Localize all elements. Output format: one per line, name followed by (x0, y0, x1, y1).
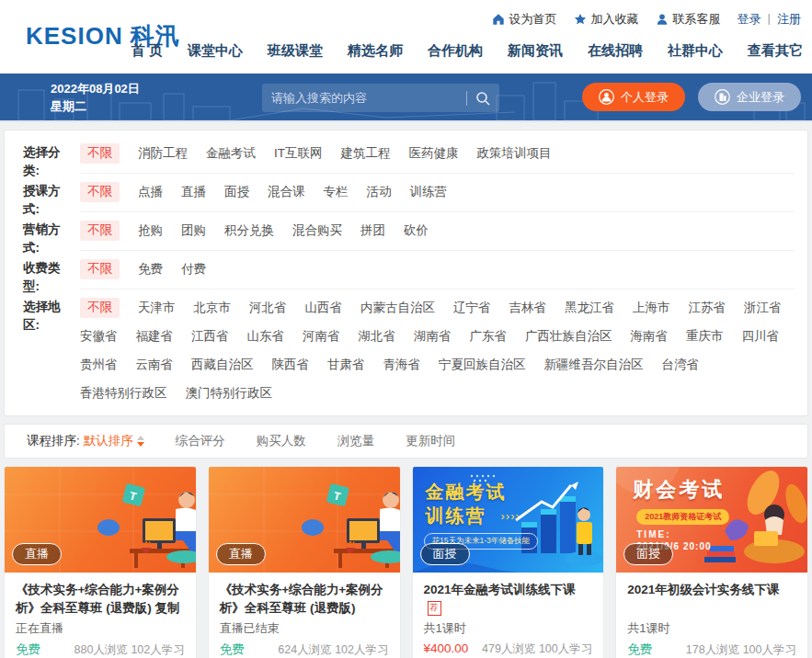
filter-option[interactable]: 四川省 (742, 326, 780, 346)
filter-option[interactable]: 山西省 (305, 298, 343, 318)
filter-option[interactable]: 西藏自治区 (191, 355, 254, 375)
filter-option-active[interactable]: 不限 (80, 221, 120, 241)
course-title[interactable]: 《技术实务+综合能力+案例分析》全科至尊班 (退费版) 复制 (16, 581, 185, 618)
person-icon (656, 13, 669, 26)
filter-option[interactable]: 付费 (181, 259, 206, 279)
register-link[interactable]: 注册 (777, 11, 801, 28)
business-login-button[interactable]: 企业登录 (698, 83, 801, 111)
filter-option[interactable]: 训练营 (410, 182, 448, 202)
nav-item-5[interactable]: 新闻资讯 (508, 42, 563, 60)
filter-option[interactable]: 直播 (181, 182, 206, 202)
filter-option[interactable]: 云南省 (136, 355, 174, 375)
sort-option-default[interactable]: 默认排序 (84, 433, 144, 449)
filter-option[interactable]: 宁夏回族自治区 (439, 355, 526, 375)
course-card[interactable]: T 直播《技术实务+综合能力+案例分析》全科至尊班 (退费版)直播已结束免费62… (208, 466, 401, 658)
nav-item-2[interactable]: 班级课堂 (268, 42, 323, 60)
filter-option[interactable]: 团购 (181, 221, 206, 241)
filter-option[interactable]: 陕西省 (272, 355, 310, 375)
filter-option[interactable]: 海南省 (631, 326, 669, 346)
filter-option[interactable]: 抢购 (138, 221, 163, 241)
filter-option[interactable]: 辽宁省 (453, 298, 491, 318)
filter-option[interactable]: 黑龙江省 (565, 298, 614, 318)
sort-option-1[interactable]: 购买人数 (257, 433, 306, 449)
course-card[interactable]: 金融考试训练营››››花15天为未来1-3年储备技能面授2021年金融考试训练线… (412, 466, 605, 658)
filter-option[interactable]: 砍价 (404, 221, 429, 241)
filter-row-4: 选择地区:不限天津市北京市河北省山西省内蒙古自治区辽宁省吉林省黑龙江省上海市江苏… (17, 296, 795, 410)
filter-option[interactable]: 河南省 (303, 326, 340, 346)
course-card[interactable]: 财会考试2021教师资格证考试TIME:2021/9/6 20:00面授2021… (615, 466, 808, 658)
filter-option[interactable]: 内蒙古自治区 (360, 298, 435, 318)
filter-option[interactable]: 甘肃省 (327, 355, 365, 375)
sort-option-0[interactable]: 综合评分 (176, 433, 225, 449)
top-link-2[interactable]: 联系客服 (656, 11, 721, 28)
filter-option[interactable]: 免费 (138, 259, 163, 279)
filter-option[interactable]: 天津市 (138, 298, 176, 318)
filter-option[interactable]: 医药健康 (409, 143, 459, 164)
filter-option[interactable]: 香港特别行政区 (80, 383, 167, 403)
personal-login-button[interactable]: 个人登录 (582, 83, 685, 111)
sort-option-3[interactable]: 更新时间 (406, 433, 455, 449)
filter-option[interactable]: 上海市 (633, 298, 670, 318)
filter-option[interactable]: 河北省 (249, 298, 287, 318)
course-cover-image[interactable]: 金融考试训练营››››花15天为未来1-3年储备技能面授 (413, 467, 604, 573)
nav-item-0[interactable]: 首 页 (132, 42, 163, 60)
course-cover-image[interactable]: T 直播 (5, 467, 196, 573)
login-link[interactable]: 登录 (738, 11, 761, 28)
filter-option[interactable]: 面授 (224, 182, 249, 202)
filter-option[interactable]: 浙江省 (744, 298, 782, 318)
filter-option-active[interactable]: 不限 (80, 143, 120, 164)
course-cover-image[interactable]: 财会考试2021教师资格证考试TIME:2021/9/6 20:00面授 (616, 467, 807, 573)
top-link-0[interactable]: 设为首页 (492, 11, 557, 28)
filter-option[interactable]: 江西省 (191, 326, 229, 346)
filter-option[interactable]: 建筑工程 (341, 143, 391, 164)
filter-option[interactable]: 山东省 (247, 326, 285, 346)
filter-option[interactable]: 湖北省 (359, 326, 396, 346)
filter-option[interactable]: 拼团 (360, 221, 385, 241)
sort-option-2[interactable]: 浏览量 (337, 433, 375, 449)
filter-option[interactable]: 福建省 (136, 326, 174, 346)
filter-option[interactable]: 贵州省 (80, 355, 118, 375)
filter-option[interactable]: 广东省 (470, 326, 508, 346)
filter-option[interactable]: 消防工程 (138, 143, 188, 164)
top-link-1[interactable]: 加入收藏 (574, 11, 639, 28)
nav-item-4[interactable]: 合作机构 (428, 42, 483, 60)
course-cover-image[interactable]: T 直播 (209, 467, 400, 573)
filter-option[interactable]: 新疆维吾尔自治区 (544, 355, 644, 375)
course-title[interactable]: 《技术实务+综合能力+案例分析》全科至尊班 (退费版) (220, 581, 389, 618)
filter-option-active[interactable]: 不限 (80, 259, 120, 279)
filter-option[interactable]: 活动 (367, 182, 392, 202)
filter-option[interactable]: 澳门特别行政区 (186, 383, 273, 403)
nav-item-8[interactable]: 查看其它 (748, 42, 803, 60)
course-stats: 880人浏览 102人学习 (74, 642, 185, 658)
filter-option[interactable]: 重庆市 (686, 326, 724, 346)
filter-option[interactable]: IT互联网 (274, 143, 323, 164)
nav-item-1[interactable]: 课堂中心 (188, 42, 243, 60)
course-card[interactable]: T 直播《技术实务+综合能力+案例分析》全科至尊班 (退费版) 复制正在直播免费… (4, 466, 197, 658)
filter-option[interactable]: 广西壮族自治区 (525, 326, 612, 346)
filter-option[interactable]: 江苏省 (689, 298, 726, 318)
search-icon[interactable] (475, 91, 490, 106)
filter-option[interactable]: 湖南省 (414, 326, 452, 346)
filter-option[interactable]: 积分兑换 (224, 221, 274, 241)
course-title[interactable]: 2021年初级会计实务线下课 (627, 581, 796, 618)
recommended-tag-icon: 荐 (428, 601, 441, 616)
filter-option[interactable]: 安徽省 (80, 326, 118, 346)
filter-option[interactable]: 金融考试 (206, 143, 256, 164)
filter-option[interactable]: 北京市 (194, 298, 232, 318)
filter-option[interactable]: 混合课 (268, 182, 305, 202)
search-input[interactable] (271, 91, 458, 105)
filter-option[interactable]: 青海省 (383, 355, 421, 375)
filter-option[interactable]: 台湾省 (662, 355, 700, 375)
filter-option-active[interactable]: 不限 (80, 298, 120, 318)
filter-option[interactable]: 政策培训项目 (477, 143, 552, 164)
filter-option[interactable]: 点播 (138, 182, 163, 202)
nav-item-6[interactable]: 在线招聘 (588, 42, 643, 60)
filter-option[interactable]: 混合购买 (292, 221, 342, 241)
filter-option-active[interactable]: 不限 (80, 182, 120, 202)
nav-item-3[interactable]: 精选名师 (348, 42, 403, 60)
nav-item-7[interactable]: 社群中心 (668, 42, 723, 60)
personal-login-label: 个人登录 (621, 89, 669, 106)
course-title[interactable]: 2021年金融考试训练线下课荐 (424, 581, 593, 618)
filter-option[interactable]: 吉林省 (509, 298, 547, 318)
filter-option[interactable]: 专栏 (324, 182, 349, 202)
